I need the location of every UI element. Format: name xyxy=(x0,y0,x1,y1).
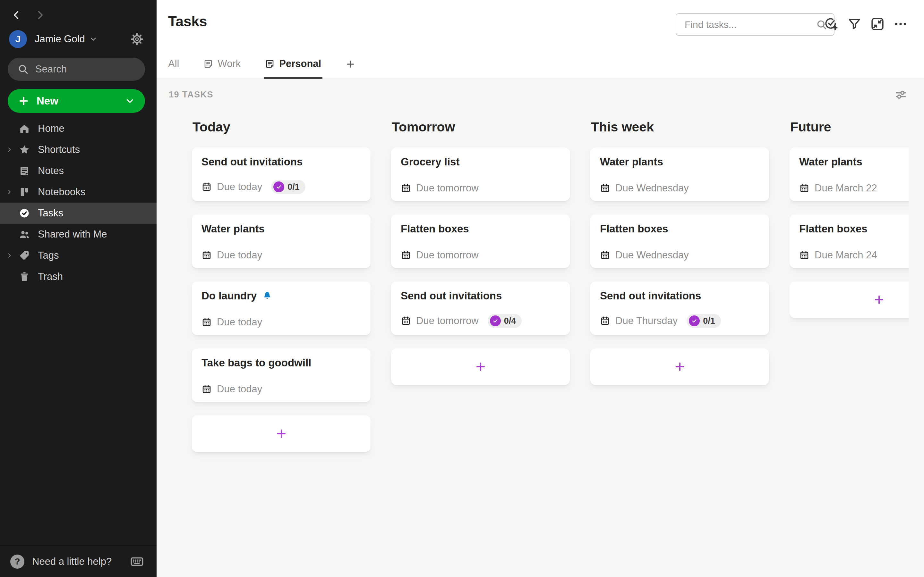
question-circle-icon[interactable]: ? xyxy=(10,554,24,569)
sidebar-item-trash[interactable]: Trash xyxy=(0,266,157,287)
add-task-card[interactable] xyxy=(192,416,371,452)
add-task-card[interactable] xyxy=(590,348,769,385)
add-task-card[interactable] xyxy=(391,348,570,385)
app-window: J Jamie Gold Search New Home Shortcuts xyxy=(0,0,924,577)
add-task-card[interactable] xyxy=(790,282,909,318)
new-button[interactable]: New xyxy=(8,89,145,113)
notebook-icon xyxy=(19,186,30,198)
subtask-count: 0/4 xyxy=(504,316,516,326)
column-title: This week xyxy=(591,119,769,135)
help-link[interactable]: Need a little help? xyxy=(32,556,111,567)
people-icon xyxy=(19,229,30,240)
gear-icon[interactable] xyxy=(130,32,144,46)
tab-work[interactable]: Work xyxy=(204,58,241,79)
calendar-icon xyxy=(401,316,411,326)
due-date: Due today xyxy=(217,181,262,193)
task-card[interactable]: Send out invitations Due Thursday 0/1 xyxy=(590,282,769,335)
task-meta: Due tomorrow xyxy=(401,182,479,194)
tab-all[interactable]: All xyxy=(168,58,179,79)
sidebar-item-shortcuts[interactable]: Shortcuts xyxy=(0,139,157,160)
new-button-label: New xyxy=(37,95,58,107)
task-title: Water plants xyxy=(600,156,759,168)
search-input[interactable]: Search xyxy=(8,58,145,81)
sidebar-item-label: Trash xyxy=(38,271,63,282)
task-card[interactable]: Grocery list Due tomorrow xyxy=(391,147,570,201)
task-title-text: Do laundry xyxy=(202,290,257,302)
task-card[interactable]: Send out invitations Due tomorrow 0/4 xyxy=(391,282,570,335)
note-icon xyxy=(19,165,30,177)
expand-caret-icon[interactable] xyxy=(6,189,12,195)
plus-icon xyxy=(475,361,486,372)
note-icon xyxy=(265,59,275,69)
expand-caret-icon[interactable] xyxy=(6,147,12,153)
sidebar-item-label: Shortcuts xyxy=(38,144,80,155)
column-future: Future Water plants Due March 22 Flatten… xyxy=(790,119,909,577)
add-tab-button[interactable] xyxy=(346,59,355,79)
chevron-down-icon[interactable] xyxy=(125,96,135,106)
back-icon[interactable] xyxy=(11,10,22,21)
task-card[interactable]: Water plants Due today xyxy=(192,214,371,268)
plus-icon xyxy=(873,294,885,306)
calendar-icon xyxy=(202,384,212,394)
more-icon[interactable] xyxy=(893,17,908,31)
task-card[interactable]: Water plants Due Wednesday xyxy=(590,147,769,201)
task-meta: Due tomorrow xyxy=(401,250,479,261)
plus-icon xyxy=(674,361,686,372)
filter-icon[interactable] xyxy=(847,17,862,31)
forward-icon[interactable] xyxy=(35,10,45,21)
add-task-icon[interactable] xyxy=(824,17,838,31)
task-card[interactable]: Water plants Due March 22 xyxy=(790,147,909,201)
sliders-icon[interactable] xyxy=(894,87,908,102)
due-date: Due today xyxy=(217,384,262,395)
history-nav xyxy=(0,0,157,21)
sidebar-item-notes[interactable]: Notes xyxy=(0,160,157,181)
task-meta: Due today xyxy=(202,250,262,261)
subtask-count: 0/1 xyxy=(703,316,715,326)
calendar-icon xyxy=(401,250,411,260)
sidebar-nav: Home Shortcuts Notes Notebooks Tasks xyxy=(0,118,157,287)
task-card[interactable]: Flatten boxes Due March 24 xyxy=(790,214,909,268)
calendar-icon xyxy=(799,250,809,260)
task-card[interactable]: Send out invitations Due today 0/1 xyxy=(192,147,371,201)
task-title: Water plants xyxy=(202,223,361,235)
sidebar-item-tasks[interactable]: Tasks xyxy=(0,203,157,224)
task-card[interactable]: Flatten boxes Due Wednesday xyxy=(590,214,769,268)
column-title: Future xyxy=(790,119,909,135)
task-meta: Due March 22 xyxy=(799,182,877,194)
task-card[interactable]: Flatten boxes Due tomorrow xyxy=(391,214,570,268)
plus-icon xyxy=(276,428,287,440)
due-date: Due Wednesday xyxy=(615,250,689,261)
task-meta: Due Wednesday xyxy=(600,250,689,261)
due-date: Due Wednesday xyxy=(615,182,689,194)
bell-icon xyxy=(262,291,272,301)
expand-caret-icon[interactable] xyxy=(6,253,12,258)
sidebar-item-tags[interactable]: Tags xyxy=(0,245,157,266)
board-toolbar: 19 TASKS xyxy=(157,79,924,102)
task-title: Do laundry xyxy=(202,290,361,302)
calendar-icon xyxy=(799,183,809,193)
tab-personal[interactable]: Personal xyxy=(265,58,321,79)
sidebar-item-label: Notes xyxy=(38,165,64,177)
collapse-icon[interactable] xyxy=(870,17,885,31)
task-meta: Due today xyxy=(202,384,262,395)
task-card[interactable]: Do laundry Due today xyxy=(192,282,371,335)
task-meta: Due today 0/1 xyxy=(202,180,305,194)
task-card[interactable]: Take bags to goodwill Due today xyxy=(192,348,371,402)
plus-icon xyxy=(346,59,355,69)
sidebar-item-notebooks[interactable]: Notebooks xyxy=(0,181,157,203)
sidebar-item-label: Shared with Me xyxy=(38,229,107,240)
task-count: 19 TASKS xyxy=(169,90,213,100)
keyboard-shortcuts-icon[interactable] xyxy=(129,554,144,569)
account-switcher[interactable]: J Jamie Gold xyxy=(9,30,144,48)
calendar-icon xyxy=(600,250,610,260)
find-tasks-input[interactable] xyxy=(684,19,816,31)
calendar-icon xyxy=(600,183,610,193)
user-name: Jamie Gold xyxy=(35,33,85,45)
page-title: Tasks xyxy=(168,13,207,29)
page-header: Tasks All Work Personal xyxy=(157,0,924,79)
sidebar-item-home[interactable]: Home xyxy=(0,118,157,139)
sidebar-item-shared-with-me[interactable]: Shared with Me xyxy=(0,224,157,245)
task-meta: Due Thursday 0/1 xyxy=(600,314,721,328)
calendar-icon xyxy=(202,182,212,192)
plus-icon xyxy=(18,95,29,107)
